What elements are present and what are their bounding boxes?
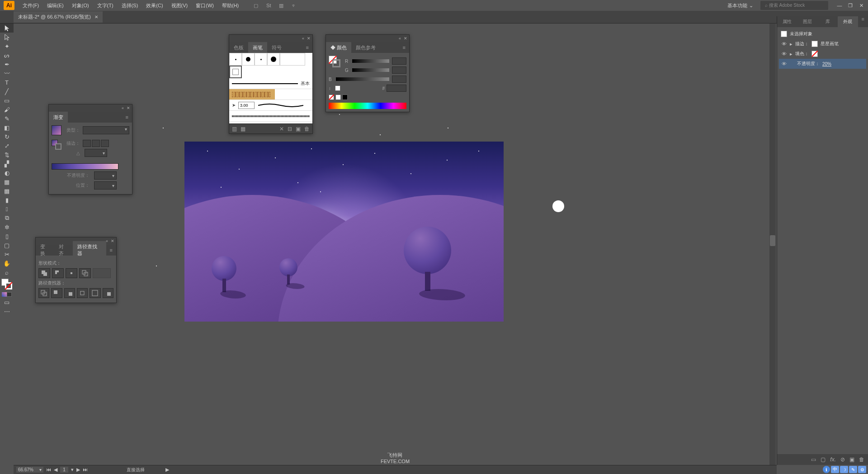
fill-swatch[interactable] [811,51,818,57]
stroke-swatch[interactable] [811,41,818,47]
gradient-type-select[interactable]: ▾ [83,126,129,134]
panel-menu-icon[interactable]: ≡ [106,247,116,253]
tab-pathfinder[interactable]: 路径查找器 [73,241,106,259]
minus-front-button[interactable] [52,268,64,278]
tab-close-icon[interactable]: ✕ [94,14,98,19]
artboard-tool[interactable]: ▢ [0,241,14,250]
fx-icon[interactable]: fx. [830,456,836,463]
collapse-icon[interactable]: « [106,239,108,243]
color-mode-toggle[interactable] [2,292,12,297]
menu-view[interactable]: 视图(V) [168,1,192,10]
free-transform-tool[interactable]: ▞ [0,159,14,168]
tab-transform[interactable]: 变换 [36,241,54,259]
panel-menu-icon[interactable]: ≡ [858,16,868,27]
arrange-icon[interactable]: ▥ [278,2,285,9]
new-brush-icon[interactable]: ▣ [296,126,301,132]
visibility-toggle[interactable]: 👁 [781,41,787,47]
shape-builder-tool[interactable]: ◐ [0,168,14,177]
page-input[interactable]: 1 [60,467,68,473]
hand-tool[interactable]: ✋ [0,259,14,268]
gradient-fill-stroke[interactable] [52,140,61,150]
angle-input[interactable]: ▾ [85,149,107,157]
close-icon[interactable]: ✕ [858,3,864,9]
minimize-icon[interactable]: — [836,3,843,9]
tab-appearance[interactable]: 外观 [838,16,858,27]
type-tool[interactable]: T [0,78,14,87]
merge-button[interactable] [64,288,75,298]
brush-tip[interactable] [242,53,255,66]
rotate-tool[interactable]: ↻ [0,132,14,141]
brush-tip[interactable] [280,53,305,66]
fill-stroke-control[interactable] [1,279,12,289]
none-swatch[interactable] [329,95,334,100]
color-swatch[interactable] [335,85,340,91]
tab-layers[interactable]: 图层 [797,16,818,27]
visibility-toggle[interactable]: 👁 [781,61,787,67]
lasso-tool[interactable]: ᔕ [0,51,14,60]
g-slider[interactable] [352,68,389,72]
gradient-tool[interactable]: ▮ [0,195,14,204]
close-icon[interactable]: ✕ [111,239,114,243]
eraser-tool[interactable]: ◧ [0,123,14,132]
tab-align[interactable]: 对齐 [54,241,73,259]
delete-icon[interactable]: 🗑 [304,126,310,132]
curvature-tool[interactable]: 〰 [0,69,14,78]
width-tool[interactable]: ⇅ [0,150,14,159]
minus-back-button[interactable] [103,288,113,298]
trim-button[interactable] [51,288,62,298]
duplicate-icon[interactable]: ▣ [849,456,854,463]
delete-icon[interactable]: 🗑 [859,456,864,463]
last-page-icon[interactable]: ⏭ [83,467,88,473]
b-slider[interactable] [336,77,389,81]
perspective-tool[interactable]: ▦ [0,177,14,186]
menu-type[interactable]: 文字(T) [94,1,117,10]
vertical-scrollbar[interactable] [769,24,776,465]
magic-wand-tool[interactable]: ✦ [0,42,14,51]
menu-help[interactable]: 帮助(H) [218,1,242,10]
artboard[interactable] [184,142,504,322]
tab-swatches[interactable]: 色板 [229,42,248,53]
appearance-row-selected[interactable]: 👁 不透明度： 20% [779,59,866,69]
panel-titlebar[interactable]: « ✕ [326,35,409,42]
line-tool[interactable]: ╱ [0,87,14,96]
expand-icon[interactable]: ▸ [790,51,793,57]
close-icon[interactable]: ✕ [307,36,311,41]
tab-properties[interactable]: 属性 [777,16,797,27]
tab-gradient[interactable]: 渐变 [49,112,68,123]
tab-color[interactable]: ◆ 颜色 [326,42,351,53]
b-value[interactable] [392,76,406,83]
status-play-icon[interactable]: ▶ [165,467,169,473]
symbol-sprayer-tool[interactable]: ✲ [0,223,14,232]
next-page-icon[interactable]: ▶ [76,467,80,473]
library-icon[interactable]: ▥ [232,126,237,132]
gradient-panel[interactable]: « ✕ 渐变 ≡ 类型： ▾ 描边： [48,104,132,194]
bridge-icon[interactable]: ▢ [252,2,259,9]
paintbrush-tool[interactable]: 🖌 [0,105,14,114]
tray-icon[interactable]: ☽ [840,466,848,473]
prev-page-icon[interactable]: ◀ [54,467,57,473]
brush-tip[interactable] [229,53,242,66]
menu-select[interactable]: 选择(S) [118,1,142,10]
pen-tool[interactable]: ✒ [0,60,14,69]
panel-titlebar[interactable]: « ✕ [229,35,312,42]
menu-effect[interactable]: 效果(C) [142,1,166,10]
crop-button[interactable] [77,288,88,298]
tray-icon[interactable]: ✎ [849,466,857,473]
menu-file[interactable]: 文件(F) [19,1,42,10]
brush-tip-selected[interactable] [229,66,242,78]
r-value[interactable] [392,57,406,65]
stroke-align-1[interactable] [83,140,91,147]
scale-tool[interactable]: ⤢ [0,141,14,150]
panel-titlebar[interactable]: « ✕ [49,104,132,112]
position-input[interactable]: ▾ [94,181,117,190]
color-panel[interactable]: « ✕ ◆ 颜色 颜色参考 ≡ R G B ↕ # [326,34,410,112]
document-tab[interactable]: 未标题-2* @ 66.67% (RGB/预览) ✕ [14,11,103,23]
stock-icon[interactable]: St [265,2,272,9]
panel-menu-icon[interactable]: ≡ [302,45,312,50]
color-fill-stroke[interactable] [329,56,340,67]
outline-button[interactable] [90,288,100,298]
eyedropper-tool[interactable]: 𓄹 [0,204,14,213]
search-input[interactable]: ⌕ 搜索 Adobe Stock [760,1,828,10]
column-graph-tool[interactable]: ▯ [0,232,14,241]
gpu-icon[interactable]: ᯤ [290,2,297,9]
